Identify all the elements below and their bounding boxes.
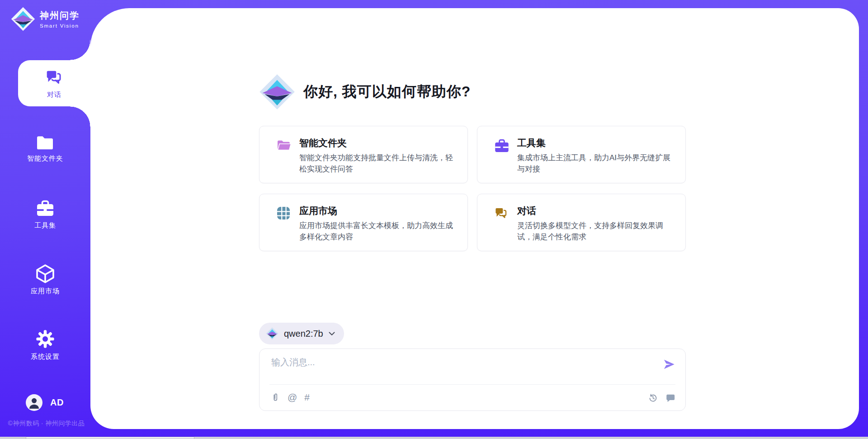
message-composer: @ # (259, 348, 686, 411)
message-icon[interactable] (665, 393, 675, 403)
card-smart-folder[interactable]: 智能文件夹 智能文件夹功能支持批量文件上传与清洗，轻松实现文件问答 (259, 126, 468, 183)
user-account[interactable]: AD (26, 394, 64, 411)
brand-logo: 神州问学 Smart Vision (11, 7, 80, 31)
card-app-market[interactable]: 应用市场 应用市场提供丰富长文本模板，助力高效生成多样化文章内容 (259, 194, 468, 251)
chevron-down-icon (329, 332, 335, 336)
sidebar-item-smart-folder[interactable]: 智能文件夹 (0, 133, 90, 163)
attachment-icon[interactable] (270, 391, 280, 403)
feature-cards: 智能文件夹 智能文件夹功能支持批量文件上传与清洗，轻松实现文件问答 工具集 集成… (259, 126, 686, 251)
card-title: 应用市场 (299, 205, 337, 217)
composer-divider (269, 384, 675, 385)
card-description: 智能文件夹功能支持批量文件上传与清洗，轻松实现文件问答 (299, 152, 458, 175)
composer-toolbar: @ # (270, 391, 310, 403)
brand-diamond-logo-icon (259, 74, 295, 110)
copyright-text: ©神州数码 · 神州问学出品 (0, 420, 93, 428)
user-name: AD (50, 397, 64, 408)
open-folder-icon (276, 138, 292, 153)
content-column: 你好, 我可以如何帮助你? 智能文件夹 智能文件夹功能支持批量文件上传与清洗，轻… (259, 8, 686, 429)
cube-icon (35, 263, 56, 284)
sidebar-item-chat[interactable]: 对话 (18, 60, 90, 106)
active-tab-top-fillet (70, 40, 90, 60)
horizontal-scrollbar-track (0, 437, 868, 439)
active-tab-bottom-fillet (70, 106, 90, 127)
card-title: 智能文件夹 (299, 137, 347, 149)
sidebar-item-label: 智能文件夹 (27, 154, 63, 163)
sidebar-diamond-logo-icon (11, 7, 35, 31)
card-title: 对话 (517, 205, 536, 217)
card-description: 集成市场上主流工具，助力AI与外界无缝扩展与对接 (517, 152, 676, 175)
brand-name-cn: 神州问学 (40, 10, 80, 22)
avatar (26, 394, 42, 411)
message-input[interactable] (271, 356, 651, 381)
card-chat[interactable]: 对话 灵活切换多模型文件，支持多样回复效果调试，满足个性化需求 (477, 194, 686, 251)
card-title: 工具集 (517, 137, 546, 149)
greeting-block: 你好, 我可以如何帮助你? (259, 74, 471, 110)
main-panel: 你好, 我可以如何帮助你? 智能文件夹 智能文件夹功能支持批量文件上传与清洗，轻… (90, 8, 859, 429)
app-grid-icon (276, 205, 291, 221)
sidebar: 神州问学 Smart Vision 对话 智能文件夹 (0, 0, 90, 439)
hashtag-icon[interactable]: # (304, 391, 310, 403)
history-icon[interactable] (648, 392, 658, 403)
send-icon[interactable] (663, 358, 675, 371)
briefcase-icon (35, 198, 55, 218)
card-description: 应用市场提供丰富长文本模板，助力高效生成多样化文章内容 (299, 220, 458, 243)
gear-icon (35, 329, 56, 349)
sidebar-item-toolset[interactable]: 工具集 (0, 198, 90, 230)
sidebar-item-label: 应用市场 (31, 287, 60, 296)
chat-icon (494, 205, 509, 221)
sidebar-item-label: 系统设置 (31, 353, 60, 361)
sidebar-item-app-market[interactable]: 应用市场 (0, 263, 90, 296)
model-diamond-logo-icon (266, 327, 278, 340)
folder-icon (35, 133, 56, 151)
chat-icon (44, 67, 65, 87)
sidebar-item-label: 工具集 (34, 221, 56, 230)
composer-right-tools (648, 392, 675, 403)
card-description: 灵活切换多模型文件，支持多样回复效果调试，满足个性化需求 (517, 220, 676, 243)
horizontal-scrollbar-thumb[interactable] (26, 437, 194, 439)
model-selector[interactable]: qwen2:7b (259, 323, 344, 344)
briefcase-icon (494, 138, 510, 154)
greeting-title: 你好, 我可以如何帮助你? (303, 82, 471, 102)
brand-name-en: Smart Vision (40, 23, 80, 29)
sidebar-item-label: 对话 (47, 91, 61, 99)
model-name: qwen2:7b (284, 329, 323, 339)
card-toolset[interactable]: 工具集 集成市场上主流工具，助力AI与外界无缝扩展与对接 (477, 126, 686, 183)
sidebar-item-settings[interactable]: 系统设置 (0, 329, 90, 361)
mention-icon[interactable]: @ (288, 391, 297, 403)
